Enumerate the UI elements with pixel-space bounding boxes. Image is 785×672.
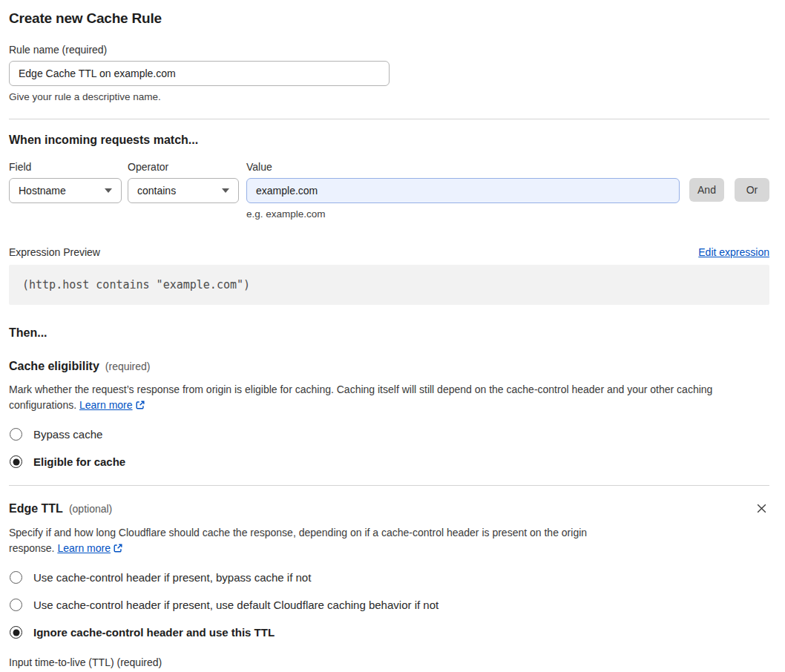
chevron-down-icon: [105, 188, 112, 193]
ttl-input-block: Input time-to-live (TTL) (required) 1 da…: [9, 656, 769, 672]
page-title: Create new Cache Rule: [9, 10, 769, 27]
learn-more-link[interactable]: Learn more: [79, 399, 145, 411]
cache-eligibility-options: Bypass cache Eligible for cache: [9, 428, 769, 468]
radio-label: Use cache-control header if present, use…: [33, 599, 439, 611]
rule-name-input[interactable]: [9, 61, 390, 86]
rule-name-helper: Give your rule a descriptive name.: [9, 91, 769, 102]
cache-eligibility-section: Cache eligibility (required) Mark whethe…: [9, 360, 769, 468]
edge-ttl-description: Specify if and how long Cloudflare shoul…: [9, 525, 632, 556]
radio-bypass-cache[interactable]: Bypass cache: [9, 428, 769, 441]
edge-ttl-optional-note: (optional): [69, 503, 112, 515]
radio-eligible-for-cache[interactable]: Eligible for cache: [9, 455, 769, 468]
and-button[interactable]: And: [689, 178, 724, 202]
value-input[interactable]: [246, 178, 680, 203]
section-divider: [9, 485, 769, 486]
external-link-icon: [113, 543, 123, 553]
radio-use-header-default[interactable]: Use cache-control header if present, use…: [9, 599, 769, 611]
operator-select[interactable]: contains: [128, 178, 239, 203]
cache-eligibility-description: Mark whether the request’s response from…: [9, 382, 758, 413]
edge-ttl-heading: Edge TTL: [9, 502, 63, 515]
expression-header: Expression Preview Edit expression: [9, 246, 769, 258]
expression-preview-box: (http.host contains "example.com"): [9, 265, 769, 305]
edit-expression-link[interactable]: Edit expression: [698, 246, 769, 258]
operator-label: Operator: [128, 161, 239, 173]
rule-name-section: Rule name (required) Give your rule a de…: [9, 44, 769, 102]
edge-ttl-section: Edge TTL (optional) Specify if and how l…: [9, 501, 769, 672]
or-button[interactable]: Or: [735, 178, 769, 202]
external-link-icon: [135, 400, 145, 410]
radio-label: Use cache-control header if present, byp…: [33, 571, 311, 584]
close-edge-ttl-button[interactable]: [754, 501, 769, 516]
expression-preview-label: Expression Preview: [9, 246, 100, 258]
radio-icon[interactable]: [10, 599, 22, 611]
radio-use-header-bypass[interactable]: Use cache-control header if present, byp…: [9, 571, 769, 584]
learn-more-label: Learn more: [79, 399, 133, 411]
cache-eligibility-title-row: Cache eligibility (required): [9, 360, 769, 373]
and-or-buttons: And Or: [689, 161, 769, 220]
value-column: Value e.g. example.com: [246, 161, 680, 220]
operator-select-value: contains: [137, 185, 176, 197]
cache-eligibility-heading: Cache eligibility: [9, 360, 99, 373]
learn-more-link[interactable]: Learn more: [57, 542, 123, 554]
radio-label: Bypass cache: [33, 428, 102, 441]
then-heading: Then...: [9, 326, 769, 340]
ttl-label: Input time-to-live (TTL) (required): [9, 656, 769, 668]
operator-column: Operator contains: [128, 161, 239, 220]
match-section: When incoming requests match... Field Ho…: [9, 134, 769, 305]
radio-label: Ignore cache-control header and use this…: [33, 626, 275, 639]
field-label: Field: [9, 161, 122, 173]
value-helper: e.g. example.com: [246, 208, 680, 220]
radio-selected-icon[interactable]: [10, 626, 22, 639]
edge-ttl-title-row: Edge TTL (optional): [9, 501, 769, 516]
section-divider: [9, 119, 769, 119]
match-heading: When incoming requests match...: [9, 134, 769, 147]
radio-icon[interactable]: [10, 428, 22, 441]
radio-ignore-header-use-ttl[interactable]: Ignore cache-control header and use this…: [9, 626, 769, 639]
field-select[interactable]: Hostname: [9, 178, 122, 203]
match-row: Field Hostname Operator contains Value e…: [9, 161, 769, 220]
edge-ttl-options: Use cache-control header if present, byp…: [9, 571, 769, 639]
cache-eligibility-required-note: (required): [105, 360, 151, 372]
chevron-down-icon: [222, 188, 229, 193]
field-column: Field Hostname: [9, 161, 122, 220]
radio-label: Eligible for cache: [33, 455, 125, 468]
close-icon: [755, 502, 768, 515]
radio-selected-icon[interactable]: [10, 455, 22, 468]
radio-icon[interactable]: [10, 571, 22, 584]
rule-name-label: Rule name (required): [9, 44, 769, 56]
value-label: Value: [246, 161, 680, 173]
learn-more-label: Learn more: [57, 542, 111, 554]
field-select-value: Hostname: [19, 185, 66, 197]
expression-text: (http.host contains "example.com"): [22, 278, 250, 291]
